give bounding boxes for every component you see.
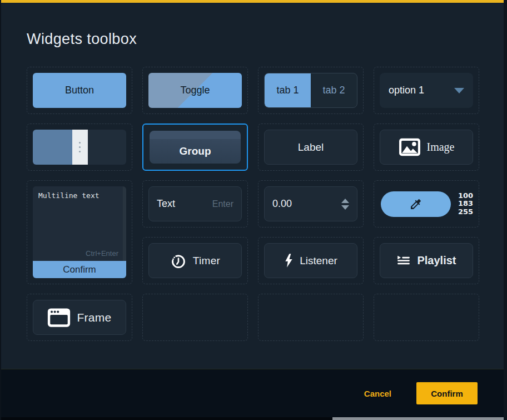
- cell-timer[interactable]: Timer: [142, 237, 248, 284]
- color-picker-widget[interactable]: 100 183 255: [380, 186, 473, 221]
- color-swatch-button[interactable]: [381, 191, 451, 217]
- horizontal-scrollbar-thumb[interactable]: [332, 417, 504, 420]
- group-widget[interactable]: Group: [150, 131, 241, 164]
- confirm-button[interactable]: Confirm: [416, 382, 478, 404]
- group-widget-label: Group: [180, 145, 211, 157]
- listener-widget-label: Listener: [300, 255, 337, 267]
- cell-group-selected[interactable]: Group: [142, 123, 248, 171]
- cell-frame[interactable]: Frame: [27, 294, 132, 341]
- timer-widget-label: Timer: [193, 255, 220, 267]
- widgets-toolbox-dialog: Widgets toolbox Button Toggle tab 1 tab …: [0, 0, 507, 420]
- tab-2-label: tab 2: [322, 85, 345, 96]
- playlist-icon: [396, 255, 411, 266]
- color-g-value: 183: [458, 200, 473, 207]
- text-input-hint: Enter: [212, 199, 233, 209]
- drag-dot-icon: [79, 151, 81, 152]
- cell-playlist[interactable]: Playlist: [374, 237, 479, 284]
- number-input-widget[interactable]: 0.00: [264, 186, 357, 221]
- horizontal-scrollbar[interactable]: [0, 417, 507, 420]
- button-widget[interactable]: Button: [33, 73, 126, 108]
- number-stepper[interactable]: [341, 199, 349, 210]
- empty-cell: [374, 294, 479, 341]
- window-edge-right: [504, 0, 507, 420]
- label-widget-text: Label: [298, 141, 324, 154]
- slider-track: [88, 130, 126, 165]
- drag-dot-icon: [79, 146, 81, 148]
- cell-multiline[interactable]: Multiline text Ctrl+Enter Confirm: [27, 180, 132, 284]
- cell-button[interactable]: Button: [27, 67, 132, 114]
- accent-topbar: [0, 0, 507, 3]
- group-header-bar: [150, 131, 241, 139]
- frame-widget[interactable]: Frame: [33, 300, 126, 335]
- color-b-value: 255: [458, 208, 473, 216]
- frame-widget-label: Frame: [77, 311, 111, 324]
- cell-tabs[interactable]: tab 1 tab 2: [258, 67, 364, 114]
- multiline-shortcut-hint: Ctrl+Enter: [86, 249, 118, 258]
- multiline-confirm-label: Confirm: [63, 264, 96, 275]
- tab-1[interactable]: tab 1: [265, 73, 311, 107]
- eyedropper-icon: [409, 197, 422, 211]
- stepper-up-icon[interactable]: [341, 199, 349, 203]
- cell-listener[interactable]: Listener: [258, 237, 364, 284]
- cell-label[interactable]: Label: [258, 123, 364, 171]
- window-icon: [47, 308, 71, 328]
- tabs-widget[interactable]: tab 1 tab 2: [264, 73, 357, 108]
- empty-cell: [258, 294, 364, 341]
- caret-down-icon: [454, 88, 464, 93]
- cell-slider[interactable]: [27, 123, 132, 171]
- playlist-widget-label: Playlist: [417, 254, 456, 267]
- cell-number-input[interactable]: 0.00: [258, 180, 364, 228]
- listener-widget[interactable]: Listener: [264, 243, 357, 278]
- image-widget-label: Image: [427, 141, 455, 154]
- drag-dot-icon: [79, 142, 81, 144]
- button-widget-label: Button: [65, 85, 94, 96]
- cell-select[interactable]: option 1: [374, 67, 479, 114]
- timer-widget[interactable]: Timer: [148, 243, 242, 278]
- dialog-footer: Cancel Confirm: [1, 369, 504, 417]
- cell-toggle[interactable]: Toggle: [142, 67, 248, 114]
- cell-text-input[interactable]: Text Enter: [142, 180, 248, 228]
- toggle-widget-label: Toggle: [180, 85, 210, 96]
- bolt-icon: [284, 253, 294, 268]
- cell-image[interactable]: Image: [374, 123, 479, 171]
- multiline-confirm-button[interactable]: Confirm: [33, 261, 126, 278]
- cell-color-picker[interactable]: 100 183 255: [374, 180, 479, 228]
- text-input-widget[interactable]: Text Enter: [148, 186, 242, 221]
- multiline-textarea[interactable]: Multiline text Ctrl+Enter: [33, 186, 123, 261]
- stepper-down-icon[interactable]: [341, 205, 349, 210]
- image-icon: [399, 138, 421, 156]
- cancel-button[interactable]: Cancel: [364, 389, 391, 398]
- window-edge-left: [0, 0, 1, 420]
- slider-handle[interactable]: [72, 130, 88, 165]
- multiline-text-value: Multiline text: [38, 191, 100, 200]
- multiline-widget[interactable]: Multiline text Ctrl+Enter Confirm: [33, 186, 126, 278]
- color-rgb-values: 100 183 255: [458, 192, 473, 216]
- page-title: Widgets toolbox: [27, 31, 137, 48]
- tab-2[interactable]: tab 2: [311, 73, 357, 107]
- text-input-value: Text: [157, 198, 175, 210]
- timer-icon: [170, 253, 187, 269]
- image-widget[interactable]: Image: [380, 130, 473, 165]
- toggle-widget[interactable]: Toggle: [148, 73, 242, 108]
- slider-fill: [33, 130, 72, 165]
- tab-1-label: tab 1: [276, 85, 299, 96]
- select-value: option 1: [389, 85, 424, 96]
- slider-widget[interactable]: [33, 130, 126, 165]
- empty-cell: [142, 294, 248, 341]
- playlist-widget[interactable]: Playlist: [380, 243, 473, 278]
- label-widget[interactable]: Label: [264, 130, 357, 165]
- widget-grid: Button Toggle tab 1 tab 2 option 1: [27, 67, 479, 341]
- color-r-value: 100: [458, 192, 473, 200]
- select-widget[interactable]: option 1: [380, 73, 473, 108]
- number-input-value: 0.00: [272, 198, 292, 210]
